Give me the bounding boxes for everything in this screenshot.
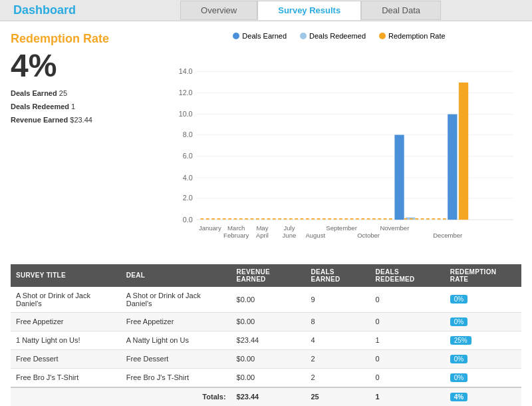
cell-redeemed: 0 [370,312,445,331]
col-deals-earned: DEALS EARNED [305,264,370,287]
legend-deals-earned: Deals Earned [233,32,287,40]
cell-survey-title: Free Dessert [11,349,121,368]
svg-text:September: September [326,224,357,232]
cell-earned: 2 [305,368,370,387]
totals-rate: 4% [445,387,521,406]
cell-survey-title: 1 Natty Light on Us! [11,331,121,349]
rate-badge: 25% [450,336,471,345]
cell-deal: A Natty Light on Us [121,331,231,349]
cell-revenue: $0.00 [231,287,306,313]
svg-text:March: March [227,224,245,232]
legend-dot-lightblue [300,33,307,39]
totals-empty-1 [11,387,121,406]
col-redemption-rate: REDEMPTION RATE [445,264,521,287]
svg-text:July: July [283,224,295,232]
svg-text:May: May [256,224,268,232]
totals-rate-badge: 4% [450,393,467,401]
redemption-panel: Redemption Rate 4% Deals Earned 25 Deals… [11,32,144,254]
legend-label-earned: Deals Earned [242,32,287,40]
col-deals-redeemed: DEALS REDEEMED [370,264,445,287]
svg-text:November: November [380,224,410,232]
main-content: Redemption Rate 4% Deals Earned 25 Deals… [0,21,532,406]
stat-deals-redeemed: Deals Redeemed 1 [11,101,144,114]
redemption-stats: Deals Earned 25 Deals Redeemed 1 Revenue… [11,87,144,126]
totals-earned: 25 [305,387,370,406]
legend-deals-redeemed: Deals Redeemed [300,32,366,40]
table-row: Free Bro J's T-Shirt Free Bro J's T-Shir… [11,368,521,387]
svg-text:February: February [223,232,249,239]
stat-label-earned: Deals Earned [11,89,57,97]
bar-dec-redeemed [459,83,468,220]
cell-rate: 0% [445,368,521,387]
cell-survey-title: A Shot or Drink of Jack Daniel's [11,287,121,313]
cell-survey-title: Free Appetizer [11,312,121,331]
col-revenue-earned: REVENUE EARNED [231,264,306,287]
stat-deals-earned: Deals Earned 25 [11,87,144,101]
stat-value-revenue: $23.44 [70,116,92,124]
cell-survey-title: Free Bro J's T-Shirt [11,368,121,387]
cell-deal: A Shot or Drink of Jack Daniel's [121,287,231,313]
svg-text:14.0: 14.0 [179,67,193,75]
col-survey-title: SURVEY TITLE [11,264,121,287]
totals-redeemed: 1 [370,387,445,406]
rate-badge: 0% [450,295,467,304]
svg-text:January: January [199,224,221,232]
rate-badge: 0% [450,355,467,363]
cell-earned: 2 [305,349,370,368]
table-row: Free Appetizer Free Appetizer $0.00 8 0 … [11,312,521,331]
totals-row: Totals: $23.44 25 1 4% [11,387,521,406]
bar-chart: 0.0 2.0 4.0 6.0 8.0 10.0 12.0 14.0 Janua… [157,45,521,252]
legend-redemption-rate: Redemption Rate [379,32,446,40]
svg-text:12.0: 12.0 [179,89,193,97]
cell-redeemed: 0 [370,349,445,368]
legend-dot-blue [233,33,239,39]
cell-rate: 0% [445,312,521,331]
tab-survey-results[interactable]: Survey Results [257,1,361,20]
col-deal: DEAL [121,264,231,287]
bar-nov-earned [394,135,404,220]
tab-deal-data[interactable]: Deal Data [361,1,441,20]
chart-area: Deals Earned Deals Redeemed Redemption R… [157,32,521,254]
svg-text:0.0: 0.0 [183,216,193,224]
cell-earned: 9 [305,287,370,313]
tab-overview[interactable]: Overview [180,1,257,20]
cell-redeemed: 1 [370,331,445,349]
svg-text:10.0: 10.0 [179,110,193,118]
cell-redeemed: 0 [370,287,445,313]
cell-revenue: $0.00 [231,349,306,368]
totals-revenue: $23.44 [231,387,306,406]
svg-text:4.0: 4.0 [183,174,193,182]
cell-revenue: $0.00 [231,312,306,331]
svg-text:December: December [433,232,463,239]
cell-redeemed: 0 [370,368,445,387]
cell-revenue: $23.44 [231,331,306,349]
bar-dec-earned [448,114,457,220]
svg-text:2.0: 2.0 [183,194,193,202]
cell-earned: 4 [305,331,370,349]
cell-deal: Free Bro J's T-Shirt [121,368,231,387]
svg-text:June: June [283,232,297,239]
nav-tabs: Overview Survey Results Deal Data [89,1,532,20]
svg-text:April: April [256,232,269,239]
stat-value-earned: 25 [59,89,67,97]
legend-label-redeemed: Deals Redeemed [309,32,366,40]
top-section: Redemption Rate 4% Deals Earned 25 Deals… [11,32,521,254]
table-header-row: SURVEY TITLE DEAL REVENUE EARNED DEALS E… [11,264,521,287]
legend-label-rate: Redemption Rate [388,32,446,40]
totals-label: Totals: [121,387,231,406]
rate-badge: 0% [450,373,467,382]
cell-earned: 8 [305,312,370,331]
app-title: Dashboard [0,3,89,17]
cell-rate: 0% [445,287,521,313]
cell-deal: Free Dessert [121,349,231,368]
redemption-title: Redemption Rate [11,32,144,46]
table-row: Free Dessert Free Dessert $0.00 2 0 0% [11,349,521,368]
table-row: 1 Natty Light on Us! A Natty Light on Us… [11,331,521,349]
cell-rate: 0% [445,349,521,368]
table-row: A Shot or Drink of Jack Daniel's A Shot … [11,287,521,313]
stat-value-redeemed: 1 [71,102,75,110]
cell-deal: Free Appetizer [121,312,231,331]
svg-text:6.0: 6.0 [183,152,193,160]
svg-text:October: October [357,232,380,239]
redemption-rate-value: 4% [11,50,144,82]
